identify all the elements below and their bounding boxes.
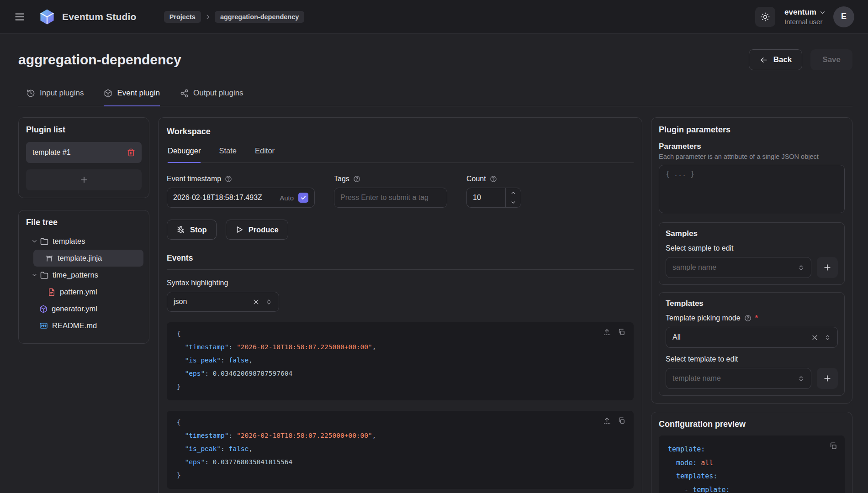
breadcrumb-projects[interactable]: Projects xyxy=(164,11,201,23)
main-tabs: Input plugins Event plugin Output plugin… xyxy=(18,89,852,106)
play-icon xyxy=(235,226,243,234)
stop-button[interactable]: Stop xyxy=(167,220,217,240)
breadcrumb-current[interactable]: aggregation-dependency xyxy=(215,11,304,23)
user-menu[interactable]: eventum Internal user xyxy=(784,8,826,26)
upload-icon[interactable] xyxy=(603,417,611,425)
picking-mode-select[interactable]: All xyxy=(666,327,838,348)
tree-file-generator-yml[interactable]: generator.yml xyxy=(26,300,143,317)
tab-event-plugin-label: Event plugin xyxy=(117,89,160,98)
code-text: - xyxy=(668,486,693,493)
hamburger-menu-icon[interactable] xyxy=(14,11,26,23)
tree-file-pattern-yml[interactable]: pattern.yml xyxy=(26,283,143,300)
templates-title: Templates xyxy=(666,299,838,308)
code-text: 0.034620698787597604 xyxy=(213,370,293,377)
events-title: Events xyxy=(167,253,634,270)
parameters-textarea[interactable] xyxy=(659,165,845,213)
code-text: false xyxy=(229,445,249,452)
file-text-icon xyxy=(48,288,56,296)
produce-button[interactable]: Produce xyxy=(226,220,288,240)
timestamp-input[interactable] xyxy=(173,194,275,202)
tab-debugger[interactable]: Debugger xyxy=(168,147,201,163)
code-text: { xyxy=(177,419,181,426)
tab-state[interactable]: State xyxy=(219,147,237,163)
code-text: } xyxy=(177,383,181,390)
event-timestamp-label: Event timestamp xyxy=(167,175,221,183)
tree-file-pattern-yml-label: pattern.yml xyxy=(60,288,97,296)
tab-input-plugins[interactable]: Input plugins xyxy=(26,89,84,106)
sample-select[interactable]: sample name xyxy=(666,257,811,278)
back-label: Back xyxy=(773,55,792,64)
add-sample-button[interactable] xyxy=(817,257,838,278)
help-circle-icon[interactable] xyxy=(744,315,752,322)
code-text: "2026-02-18T18:58:07.225000+00:00" xyxy=(237,432,372,439)
help-circle-icon[interactable] xyxy=(225,175,232,183)
tags-label: Tags xyxy=(334,175,349,183)
tab-editor[interactable]: Editor xyxy=(255,147,275,163)
stepper-down-button[interactable] xyxy=(506,198,521,207)
history-clock-icon xyxy=(26,89,35,98)
tree-file-generator-yml-label: generator.yml xyxy=(52,304,97,313)
tags-field: Tags xyxy=(334,175,447,208)
tree-file-readme[interactable]: README.md xyxy=(26,317,143,334)
avatar[interactable]: E xyxy=(833,6,854,27)
tree-folder-time-patterns[interactable]: time_patterns xyxy=(26,267,143,283)
tab-event-plugin[interactable]: Event plugin xyxy=(104,89,160,106)
template-select[interactable]: template name xyxy=(666,368,811,389)
tags-input[interactable] xyxy=(340,194,441,202)
count-field: Count xyxy=(466,175,521,208)
workspace-tabs: Debugger State Editor xyxy=(167,147,634,163)
theme-toggle-button[interactable] xyxy=(755,7,775,27)
breadcrumb: Projects aggregation-dependency xyxy=(164,11,305,23)
code-text: templates: xyxy=(668,472,717,480)
auto-checkbox[interactable] xyxy=(298,193,308,203)
syntax-select[interactable]: json xyxy=(167,292,279,312)
app-title: Eventum Studio xyxy=(62,11,137,22)
chevrons-up-down-icon xyxy=(798,375,804,382)
code-text: } xyxy=(177,472,181,479)
app-logo-cube-icon xyxy=(38,8,56,26)
tab-output-plugins[interactable]: Output plugins xyxy=(180,89,243,106)
add-template-button[interactable] xyxy=(817,368,838,389)
count-stepper xyxy=(505,188,521,207)
count-label: Count xyxy=(466,175,486,183)
stop-label: Stop xyxy=(190,226,207,234)
file-tree-title: File tree xyxy=(26,218,143,227)
copy-icon[interactable] xyxy=(829,442,837,450)
samples-select-label: Select sample to edit xyxy=(666,244,734,252)
app: Eventum Studio Projects aggregation-depe… xyxy=(0,0,868,493)
template-select-placeholder: template name xyxy=(672,374,721,383)
help-circle-icon[interactable] xyxy=(490,175,497,183)
plus-icon xyxy=(79,175,89,184)
help-circle-icon[interactable] xyxy=(353,175,360,183)
page-title: aggregation-dependency xyxy=(18,52,181,68)
stepper-up-button[interactable] xyxy=(506,188,521,198)
back-button[interactable]: Back xyxy=(749,49,803,70)
code-text: "timestamp" xyxy=(185,343,228,351)
chevrons-up-down-icon xyxy=(798,264,804,271)
clear-x-icon[interactable] xyxy=(811,334,818,341)
torii-gate-icon xyxy=(45,254,53,262)
plus-icon xyxy=(823,263,832,272)
trash-icon[interactable] xyxy=(127,148,135,157)
tree-file-template-jinja[interactable]: template.jinja xyxy=(33,250,143,267)
upload-icon[interactable] xyxy=(603,328,611,336)
copy-icon[interactable] xyxy=(618,417,625,425)
chevron-down-icon[interactable] xyxy=(31,238,38,245)
plus-icon xyxy=(823,374,832,383)
user-role: Internal user xyxy=(784,18,826,26)
count-input[interactable] xyxy=(467,188,505,207)
code-text: "2026-02-18T18:58:07.225000+00:00" xyxy=(237,343,372,351)
check-icon xyxy=(300,194,307,201)
add-plugin-button[interactable] xyxy=(26,169,142,190)
folder-icon xyxy=(40,237,48,246)
plugin-list-title: Plugin list xyxy=(26,125,142,135)
clear-x-icon[interactable] xyxy=(253,299,259,305)
plugin-list-item[interactable]: template #1 xyxy=(26,142,142,163)
chevron-down-icon[interactable] xyxy=(31,272,38,278)
chevron-down-icon xyxy=(819,9,826,16)
code-text: "timestamp" xyxy=(185,432,228,439)
workspace-title: Workspace xyxy=(167,127,634,136)
tree-folder-templates[interactable]: templates xyxy=(26,233,143,250)
copy-icon[interactable] xyxy=(618,328,625,336)
save-button[interactable]: Save xyxy=(810,49,852,70)
